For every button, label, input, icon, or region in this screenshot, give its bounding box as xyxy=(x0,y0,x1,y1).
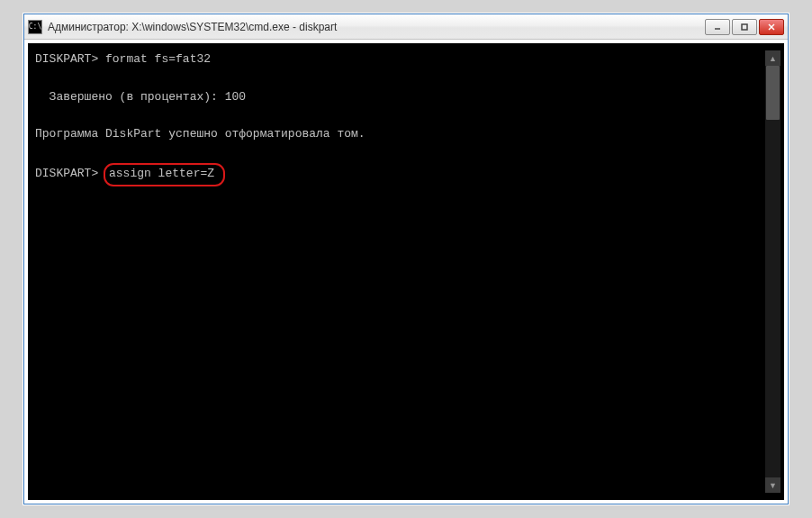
console-line: Завершено (в процентах): 100 xyxy=(35,88,765,107)
window-controls xyxy=(705,19,784,35)
blank-line xyxy=(35,144,765,163)
app-icon: C:\ xyxy=(28,20,42,34)
prompt: DISKPART> xyxy=(35,52,105,66)
command-highlighted: assign letter=Z xyxy=(104,163,225,186)
console-area: DISKPART> format fs=fat32 Завершено (в п… xyxy=(28,43,784,500)
cmd-window: C:\ Администратор: X:\windows\SYSTEM32\c… xyxy=(23,14,789,504)
console-content[interactable]: DISKPART> format fs=fat32 Завершено (в п… xyxy=(35,50,765,493)
window-title: Администратор: X:\windows\SYSTEM32\cmd.e… xyxy=(48,21,705,33)
command: format fs=fat32 xyxy=(105,52,211,66)
prompt: DISKPART> xyxy=(35,167,105,180)
console-line: DISKPART> format fs=fat32 xyxy=(35,50,765,69)
console-line: DISKPART> assign letter=Z xyxy=(35,163,765,186)
close-button[interactable] xyxy=(759,19,784,35)
scroll-down-button[interactable]: ▼ xyxy=(765,477,780,493)
scrollbar[interactable]: ▲ ▼ xyxy=(765,50,780,493)
svg-rect-1 xyxy=(742,24,747,30)
scroll-up-button[interactable]: ▲ xyxy=(765,50,780,66)
scroll-track[interactable] xyxy=(765,66,780,477)
titlebar[interactable]: C:\ Администратор: X:\windows\SYSTEM32\c… xyxy=(24,14,788,40)
console-line: Программа DiskPart успешно отформатирова… xyxy=(35,125,765,144)
scroll-thumb[interactable] xyxy=(766,66,780,120)
blank-line xyxy=(35,106,765,125)
minimize-button[interactable] xyxy=(705,19,730,35)
blank-line xyxy=(35,69,765,88)
maximize-button[interactable] xyxy=(732,19,757,35)
